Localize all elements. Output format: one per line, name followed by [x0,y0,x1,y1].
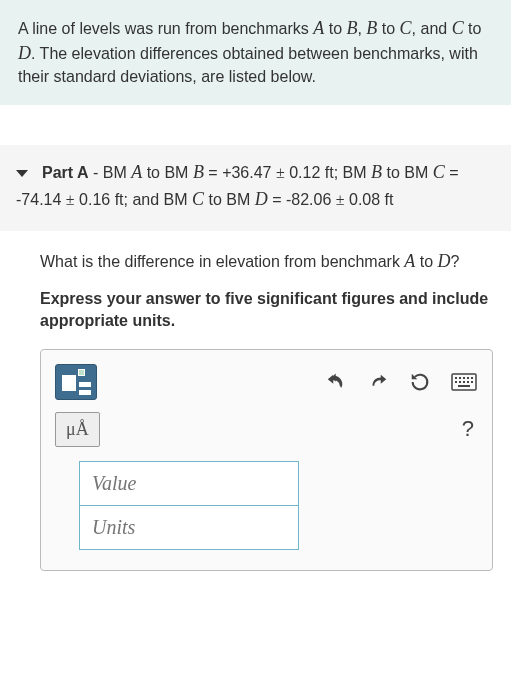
answer-inputs [79,461,299,550]
part-a-header[interactable]: Part A - BM A to BM B = +36.47 ± 0.12 ft… [0,145,511,231]
svg-rect-4 [467,377,469,379]
svg-rect-7 [459,381,461,383]
collapse-caret-icon[interactable] [16,170,28,177]
undo-button[interactable] [324,370,348,394]
special-chars-button[interactable]: μÅ [55,412,100,447]
var-D: D [18,43,31,63]
toolbar-row-1 [55,364,478,400]
problem-intro: A line of levels was run from benchmarks… [0,0,511,105]
format-template-button[interactable] [55,364,97,400]
redo-icon [367,371,389,393]
var-C: C [400,18,412,38]
var-B2: B [366,18,377,38]
intro-text-post: . The elevation differences obtained bet… [18,45,478,85]
redo-button[interactable] [366,370,390,394]
toolbar-row-2: μÅ ? [55,412,478,447]
help-button[interactable]: ? [462,414,478,445]
keyboard-button[interactable] [450,372,478,392]
svg-rect-1 [455,377,457,379]
svg-rect-8 [463,381,465,383]
value-input[interactable] [79,461,299,505]
intro-text: A line of levels was run from benchmarks [18,20,313,37]
question-text: What is the difference in elevation from… [40,249,493,274]
units-input[interactable] [79,505,299,550]
reset-button[interactable] [408,370,432,394]
reset-icon [409,371,431,393]
svg-rect-10 [471,381,473,383]
var-B: B [346,18,357,38]
keyboard-icon [451,373,477,391]
svg-rect-9 [467,381,469,383]
svg-rect-5 [471,377,473,379]
undo-icon [325,371,347,393]
svg-rect-11 [458,385,470,387]
answer-box: μÅ ? [40,349,493,571]
var-C2: C [452,18,464,38]
svg-rect-6 [455,381,457,383]
question-area: What is the difference in elevation from… [0,231,511,571]
svg-rect-3 [463,377,465,379]
part-label: Part A [42,164,89,181]
var-A: A [313,18,324,38]
template-icon [62,375,76,391]
svg-rect-2 [459,377,461,379]
question-instruction: Express your answer to five significant … [40,288,493,333]
